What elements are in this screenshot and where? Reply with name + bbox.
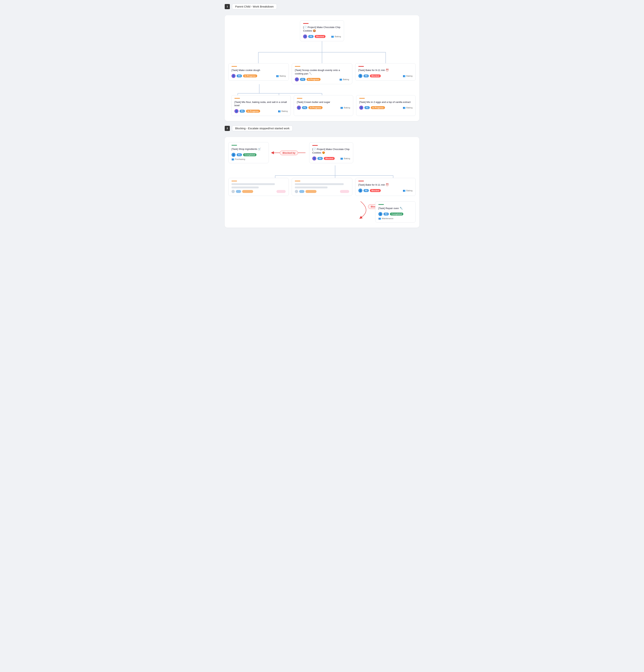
l1-title-0: [Task] Make cookie dough [232,69,286,72]
repair-status: Completed [390,213,403,216]
root-priority: P0 [308,35,314,38]
repair-team: 👥 Maintenance [378,217,394,220]
section2-diagram: [Task] Shop ingredients 🛒 👤 P1 Completed… [225,137,419,228]
l1-priority-2: P0 [363,74,369,77]
s2-blurred-line-0b [232,187,259,188]
l1-meta-2: 👤 P0 Blocked 👥 Baking [358,74,412,78]
l2-priority-2: P1 [364,106,370,109]
l1-title-1: [Task] Scoop cookie dough evenly onto a … [295,69,349,75]
s2-bake-avatar: 👤 [358,189,362,193]
l2-meta-2: 👤 P1 In Progress 👥 Baking [359,106,412,110]
l1-accent-0 [232,66,237,67]
s2-project-meta: 👤 P0 Blocked 👥 Baking [312,156,350,160]
team-icon: 👥 [331,35,334,38]
s2-project-accent [312,145,318,146]
shop-team: 👥 Purchasing [232,158,245,160]
l2-accent-2 [359,98,365,99]
section1-title: Parent Child - Work Breakdown [232,4,277,9]
s2-bake-team: 👥 Baking [403,189,412,192]
section1-number: 1 [225,4,230,9]
s2-l1-row: [Task] Bake for 9-11 min ⏰ 👤 P0 Blocked … [229,178,415,196]
s2-bake-status: Blocked [370,189,381,192]
s2-project-card: [📄 Project] Make Chocolate Chip Cookies … [309,142,353,163]
s2-bake-meta: 👤 P0 Blocked 👥 Baking [358,189,412,193]
shop-title: [Task] Shop ingredients 🛒 [232,147,266,151]
l1-status-1: In Progress [307,78,321,81]
root-title: [📄 Project] Make Chocolate Chip Cookies … [303,26,341,33]
section2-number: 2 [225,126,230,131]
l1-avatar-0: 👤 [232,74,235,78]
l1-avatar-2: 👤 [358,74,362,78]
blocked-arrow-2-svg [350,201,372,220]
s2-blurred-line-0a [232,183,275,185]
s2-bake-accent [358,181,364,181]
s2-blurred-meta-0 [232,190,286,193]
section1-diagram: [📄 Project] Make Chocolate Chip Cookies … [225,15,419,121]
shop-priority: P1 [237,153,242,156]
l2-priority-0: P1 [239,110,245,112]
s2-project-team: 👥 Baking [340,157,350,160]
root-team: 👥 Baking [331,35,341,38]
l1-status-2: Blocked [370,74,381,77]
repair-accent [378,204,384,205]
l2-team-1: 👥 Baking [340,106,350,109]
l1-card-0: [Task] Make cookie dough 👤 P0 In Progres… [229,63,289,81]
l2-title-0: [Task] Mix flour, baking soda, and salt … [234,100,288,107]
section1-header: 1 Parent Child - Work Breakdown [225,4,419,9]
s2-repair-area: Blocked by [Task] Repair oven 🔧 👤 P2 Com… [229,201,415,223]
l2-status-2: In Progress [371,106,385,109]
section2-header: 2 Blocking - Escalate stopped/not starte… [225,125,419,131]
s2-blurred-badge-lg-0 [242,190,253,193]
l1-accent-2 [358,66,364,67]
s2-blurred-dot-1 [295,190,298,193]
l2-status-1: In Progress [308,106,323,109]
s2-bake-priority: P0 [363,189,369,192]
l2-meta-1: 👤 P1 In Progress 👥 Baking [297,106,350,110]
s2-top-row: [Task] Shop ingredients 🛒 👤 P1 Completed… [229,142,415,163]
s2-blurred-badge-lg-1 [305,190,316,193]
s2-blurred-meta-1 [295,190,349,193]
l1-meta-0: 👤 P0 In Progress 👥 Baking [232,74,286,78]
l2-card-2: [Task] Mix in 2 eggs and a tsp of vanill… [356,95,415,116]
s2-blurred-accent-1 [295,181,300,181]
l2-accent-1 [297,98,302,99]
shop-accent [232,145,237,146]
blocked-by-1-area: Blocked by [269,149,309,156]
s2-project-priority: P0 [317,157,323,160]
s2-blurred-badge-team-0 [277,190,286,193]
l2-avatar-0: 👤 [234,109,238,113]
l2-card-0: [Task] Mix flour, baking soda, and salt … [231,95,291,116]
repair-meta: 👤 P2 Completed 👥 Maintenance [378,212,412,220]
root-accent [303,23,308,24]
l1-status-0: In Progress [243,74,257,77]
repair-title: [Task] Repair oven 🔧 [378,207,412,210]
root-status: Blocked [315,35,326,38]
page: 1 Parent Child - Work Breakdown [📄 Proje… [221,0,423,236]
l2-avatar-1: 👤 [297,106,301,110]
l1-card-1: [Task] Scoop cookie dough evenly onto a … [292,63,352,84]
l1-priority-0: P0 [237,74,242,77]
l2-status-0: In Progress [246,110,260,112]
blocked-by-1-label: Blocked by [280,151,298,155]
s2-blurred-badge-sm-0 [236,190,241,193]
root-avatar: 👤 [303,35,307,38]
l2-team-2: 👥 Baking [403,106,412,109]
l2-card-1: [Task] Cream butter and sugar 👤 P1 In Pr… [294,95,353,116]
l2-title-2: [Task] Mix in 2 eggs and a tsp of vanill… [359,100,412,104]
s2-blurred-badge-team-1 [340,190,349,193]
l2-avatar-2: 👤 [359,106,363,110]
l1-card-2: [Task] Bake for 9-11 min ⏰ 👤 P0 Blocked … [355,63,415,81]
l1-title-2: [Task] Bake for 9-11 min ⏰ [358,69,412,72]
s2-bake-title: [Task] Bake for 9-11 min ⏰ [358,183,412,187]
s2-blurred-card-0 [229,178,289,196]
l1-team-1: 👥 Baking [339,78,349,81]
shop-avatar: 👤 [232,153,235,157]
l2-priority-1: P1 [302,106,307,109]
l2-row: [Task] Mix flour, baking soda, and salt … [229,95,415,116]
root-card: [📄 Project] Make Chocolate Chip Cookies … [300,20,344,41]
l1-accent-1 [295,66,300,67]
l2-title-1: [Task] Cream butter and sugar [297,100,350,104]
repair-avatar: 👤 [378,212,383,216]
root-row: [📄 Project] Make Chocolate Chip Cookies … [229,20,415,41]
blocked-by-2-area: Blocked by [350,201,372,223]
